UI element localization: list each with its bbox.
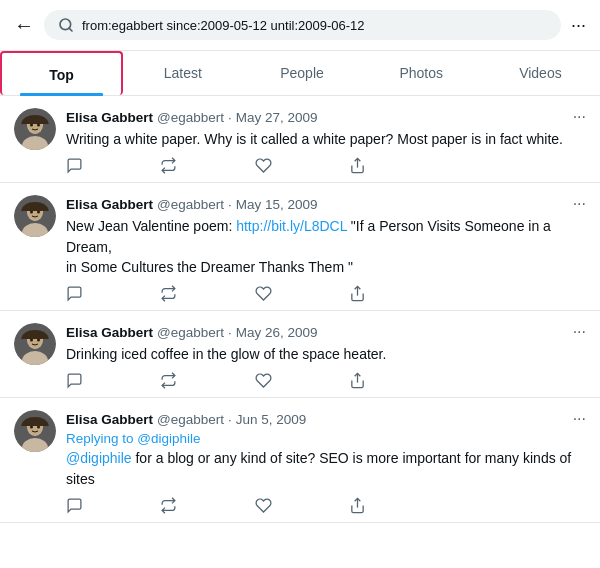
tweet-text: Writing a white paper. Why is it called … (66, 129, 586, 149)
reply-button[interactable] (66, 497, 83, 514)
retweet-button[interactable] (160, 285, 177, 302)
tabs-bar: Top Latest People Photos Videos (0, 51, 600, 96)
like-button[interactable] (255, 157, 272, 174)
tweet-meta: Elisa Gabbert @egabbert · Jun 5, 2009 (66, 412, 565, 427)
like-button[interactable] (255, 372, 272, 389)
search-icon (58, 17, 74, 33)
more-options-button[interactable]: ··· (571, 15, 586, 36)
tweet-actions (66, 157, 366, 174)
share-button[interactable] (349, 372, 366, 389)
svg-line-1 (69, 28, 72, 31)
tweet-date: May 26, 2009 (236, 325, 318, 340)
avatar (14, 410, 56, 452)
avatar-image (14, 108, 56, 150)
avatar (14, 195, 56, 237)
tweet-item: Elisa Gabbert @egabbert · May 27, 2009 ·… (0, 96, 600, 183)
like-button[interactable] (255, 285, 272, 302)
tweet-content: Elisa Gabbert @egabbert · Jun 5, 2009 ··… (66, 410, 586, 514)
retweet-icon (160, 285, 177, 302)
header: ← from:egabbert since:2009-05-12 until:2… (0, 0, 600, 51)
retweet-button[interactable] (160, 157, 177, 174)
tweet-author-handle: @egabbert (157, 110, 224, 125)
avatar-image (14, 323, 56, 365)
tweet-header: Elisa Gabbert @egabbert · May 26, 2009 ·… (66, 323, 586, 341)
replying-to: Replying to @digiphile (66, 431, 586, 446)
tweet-item: Elisa Gabbert @egabbert · May 26, 2009 ·… (0, 311, 600, 398)
tweet-date: Jun 5, 2009 (236, 412, 307, 427)
tweet-text: @digiphile for a blog or any kind of sit… (66, 448, 586, 489)
reply-button[interactable] (66, 157, 83, 174)
like-icon (255, 372, 272, 389)
share-button[interactable] (349, 497, 366, 514)
reply-mention[interactable]: @digiphile (137, 431, 200, 446)
like-icon (255, 157, 272, 174)
tweet-more-button[interactable]: ··· (565, 195, 586, 213)
like-icon (255, 497, 272, 514)
tab-photos-label: Photos (399, 65, 443, 81)
tweet-actions (66, 285, 366, 302)
tweet-item: Elisa Gabbert @egabbert · Jun 5, 2009 ··… (0, 398, 600, 523)
tweet-mention[interactable]: @digiphile (66, 450, 132, 466)
tab-top-label: Top (49, 67, 74, 83)
back-button[interactable]: ← (14, 14, 34, 37)
share-icon (349, 497, 366, 514)
retweet-icon (160, 372, 177, 389)
tweet-content: Elisa Gabbert @egabbert · May 26, 2009 ·… (66, 323, 586, 389)
tab-photos[interactable]: Photos (362, 51, 481, 95)
tweet-author-name: Elisa Gabbert (66, 197, 153, 212)
tab-latest[interactable]: Latest (123, 51, 242, 95)
like-icon (255, 285, 272, 302)
retweet-icon (160, 497, 177, 514)
tweet-more-button[interactable]: ··· (565, 108, 586, 126)
tweet-text: Drinking iced coffee in the glow of the … (66, 344, 586, 364)
tweet-list: Elisa Gabbert @egabbert · May 27, 2009 ·… (0, 96, 600, 523)
share-button[interactable] (349, 157, 366, 174)
tweet-actions (66, 497, 366, 514)
tweet-actions (66, 372, 366, 389)
retweet-button[interactable] (160, 497, 177, 514)
like-button[interactable] (255, 497, 272, 514)
tweet-author-handle: @egabbert (157, 325, 224, 340)
tweet-header: Elisa Gabbert @egabbert · May 27, 2009 ·… (66, 108, 586, 126)
tab-videos-label: Videos (519, 65, 562, 81)
reply-icon (66, 157, 83, 174)
search-query-text: from:egabbert since:2009-05-12 until:200… (82, 18, 547, 33)
tweet-link[interactable]: http://bit.ly/L8DCL (236, 218, 347, 234)
retweet-button[interactable] (160, 372, 177, 389)
tweet-author-name: Elisa Gabbert (66, 412, 153, 427)
tweet-date: May 15, 2009 (236, 197, 318, 212)
tweet-text: New Jean Valentine poem: http://bit.ly/L… (66, 216, 586, 277)
tweet-item: Elisa Gabbert @egabbert · May 15, 2009 ·… (0, 183, 600, 311)
tweet-more-button[interactable]: ··· (565, 410, 586, 428)
tweet-date: May 27, 2009 (236, 110, 318, 125)
tab-latest-label: Latest (164, 65, 202, 81)
avatar (14, 323, 56, 365)
tweet-header: Elisa Gabbert @egabbert · May 15, 2009 ·… (66, 195, 586, 213)
tweet-meta: Elisa Gabbert @egabbert · May 27, 2009 (66, 110, 565, 125)
tweet-content: Elisa Gabbert @egabbert · May 15, 2009 ·… (66, 195, 586, 302)
share-button[interactable] (349, 285, 366, 302)
share-icon (349, 372, 366, 389)
search-bar[interactable]: from:egabbert since:2009-05-12 until:200… (44, 10, 561, 40)
tweet-more-button[interactable]: ··· (565, 323, 586, 341)
avatar-image (14, 195, 56, 237)
reply-icon (66, 497, 83, 514)
tweet-header: Elisa Gabbert @egabbert · Jun 5, 2009 ··… (66, 410, 586, 428)
tab-videos[interactable]: Videos (481, 51, 600, 95)
retweet-icon (160, 157, 177, 174)
reply-button[interactable] (66, 285, 83, 302)
tab-top[interactable]: Top (0, 51, 123, 95)
avatar-image (14, 410, 56, 452)
tab-people-label: People (280, 65, 324, 81)
share-icon (349, 285, 366, 302)
tweet-meta: Elisa Gabbert @egabbert · May 15, 2009 (66, 197, 565, 212)
tweet-author-handle: @egabbert (157, 412, 224, 427)
tweet-author-name: Elisa Gabbert (66, 110, 153, 125)
reply-icon (66, 285, 83, 302)
tweet-meta: Elisa Gabbert @egabbert · May 26, 2009 (66, 325, 565, 340)
tab-people[interactable]: People (242, 51, 361, 95)
share-icon (349, 157, 366, 174)
reply-button[interactable] (66, 372, 83, 389)
avatar (14, 108, 56, 150)
reply-icon (66, 372, 83, 389)
